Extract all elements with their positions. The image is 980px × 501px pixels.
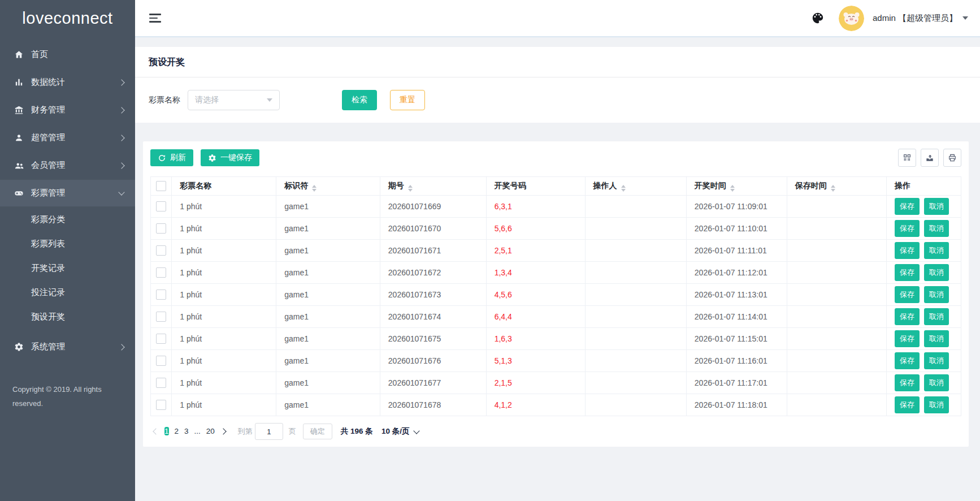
lottery-name-select[interactable]: 请选择 <box>188 90 280 110</box>
sort-icon[interactable] <box>408 185 413 192</box>
column-header-operator[interactable]: 操作人 <box>585 177 686 196</box>
refresh-button[interactable]: 刷新 <box>150 149 193 166</box>
row-cancel-button[interactable]: 取消 <box>924 374 949 391</box>
table-row: 1 phútgame12026010716784,1,22026-01-07 1… <box>151 394 961 416</box>
sidebar-item-member[interactable]: 会员管理 <box>0 152 135 179</box>
sidebar-item-home[interactable]: 首页 <box>0 41 135 68</box>
cell-actions: 保存取消 <box>887 394 961 416</box>
cell-actions: 保存取消 <box>887 262 961 284</box>
sidebar-subitem-lottery-category[interactable]: 彩票分类 <box>0 207 135 231</box>
next-page-icon[interactable] <box>218 424 229 439</box>
cell-save-time <box>787 350 886 372</box>
row-checkbox[interactable] <box>156 334 166 344</box>
prev-page-icon[interactable] <box>150 424 162 439</box>
cell-save-time <box>787 218 886 240</box>
page-size-select[interactable]: 10 条/页 <box>381 426 419 437</box>
avatar[interactable] <box>839 6 864 31</box>
cell-actions: 保存取消 <box>887 196 961 218</box>
cell-draw-time: 2026-01-07 11:09:01 <box>686 196 787 218</box>
row-cancel-button[interactable]: 取消 <box>924 308 949 325</box>
column-header-name: 彩票名称 <box>172 177 276 196</box>
sidebar-subitem-bet-records[interactable]: 投注记录 <box>0 280 135 304</box>
sidebar-item-label: 会员管理 <box>31 160 119 171</box>
cell-code: game1 <box>276 196 380 218</box>
row-checkbox[interactable] <box>156 267 166 278</box>
columns-icon[interactable] <box>898 149 916 167</box>
column-header-code[interactable]: 标识符 <box>276 177 380 196</box>
cell-name: 1 phút <box>172 284 276 306</box>
row-cancel-button[interactable]: 取消 <box>924 220 949 237</box>
row-cancel-button[interactable]: 取消 <box>924 330 949 347</box>
row-checkbox[interactable] <box>156 356 166 366</box>
sidebar-item-label: 超管管理 <box>31 132 119 143</box>
export-icon[interactable] <box>921 149 939 167</box>
gamepad-icon <box>13 188 25 198</box>
cell-save-time <box>787 196 886 218</box>
sort-icon[interactable] <box>831 185 835 192</box>
page-number-1[interactable]: 1 <box>164 427 169 435</box>
row-cancel-button[interactable]: 取消 <box>924 286 949 303</box>
row-checkbox[interactable] <box>156 400 166 410</box>
row-cancel-button[interactable]: 取消 <box>924 242 949 259</box>
row-save-button[interactable]: 保存 <box>895 352 920 369</box>
sort-icon[interactable] <box>621 185 626 192</box>
row-checkbox[interactable] <box>156 312 166 322</box>
row-save-button[interactable]: 保存 <box>895 308 920 325</box>
row-checkbox[interactable] <box>156 290 166 300</box>
row-cancel-button[interactable]: 取消 <box>924 396 949 413</box>
row-cancel-button[interactable]: 取消 <box>924 264 949 281</box>
cell-actions: 保存取消 <box>887 240 961 262</box>
column-header-save_time[interactable]: 保存时间 <box>787 177 886 196</box>
sidebar-subitem-draw-records[interactable]: 开奖记录 <box>0 256 135 280</box>
row-checkbox[interactable] <box>156 223 166 234</box>
theme-palette-icon[interactable] <box>812 12 824 24</box>
save-all-button[interactable]: 一键保存 <box>201 149 259 166</box>
sidebar-item-label: 数据统计 <box>31 77 119 88</box>
page-number-20[interactable]: 20 <box>206 427 215 435</box>
row-save-button[interactable]: 保存 <box>895 198 920 215</box>
row-save-button[interactable]: 保存 <box>895 242 920 259</box>
row-save-button[interactable]: 保存 <box>895 374 920 391</box>
row-save-button[interactable]: 保存 <box>895 220 920 237</box>
page-number-3[interactable]: 3 <box>184 427 189 435</box>
sidebar-item-lottery[interactable]: 彩票管理 <box>0 179 135 207</box>
row-save-button[interactable]: 保存 <box>895 396 920 413</box>
row-save-button[interactable]: 保存 <box>895 264 920 281</box>
search-button[interactable]: 检索 <box>342 90 377 110</box>
column-header-issue[interactable]: 期号 <box>380 177 486 196</box>
row-checkbox[interactable] <box>156 245 166 256</box>
cell-operator <box>585 240 686 262</box>
row-save-button[interactable]: 保存 <box>895 330 920 347</box>
print-icon[interactable] <box>943 149 961 167</box>
sidebar-item-stats[interactable]: 数据统计 <box>0 68 135 96</box>
sidebar-subitem-preset-draw[interactable]: 预设开奖 <box>0 304 135 329</box>
sidebar-item-system[interactable]: 系统管理 <box>0 333 135 361</box>
sort-icon[interactable] <box>730 185 735 192</box>
user-menu[interactable]: admin 【超级管理员】 <box>873 13 968 24</box>
sidebar-item-super-admin[interactable]: 超管管理 <box>0 124 135 152</box>
cell-draw-time: 2026-01-07 11:18:01 <box>686 394 787 416</box>
row-checkbox[interactable] <box>156 378 166 388</box>
hamburger-menu-icon[interactable] <box>147 10 163 26</box>
row-checkbox[interactable] <box>156 201 166 211</box>
sort-icon[interactable] <box>312 185 316 192</box>
column-header-ops: 操作 <box>887 177 961 196</box>
select-all-checkbox[interactable] <box>156 181 166 191</box>
row-cancel-button[interactable]: 取消 <box>924 198 949 215</box>
cell-operator <box>585 284 686 306</box>
sidebar-subitem-lottery-list[interactable]: 彩票列表 <box>0 231 135 256</box>
sidebar-submenu: 彩票分类彩票列表开奖记录投注记录预设开奖 <box>0 207 135 333</box>
row-cancel-button[interactable]: 取消 <box>924 352 949 369</box>
page-number-2[interactable]: 2 <box>175 427 179 435</box>
cell-numbers: 5,1,3 <box>486 350 585 372</box>
reset-button[interactable]: 重置 <box>390 90 425 110</box>
row-save-button[interactable]: 保存 <box>895 286 920 303</box>
sidebar-item-finance[interactable]: 财务管理 <box>0 96 135 124</box>
confirm-button[interactable]: 确定 <box>303 424 332 439</box>
cell-numbers: 2,1,5 <box>486 372 585 394</box>
chevron-right-icon <box>118 79 124 85</box>
cell-numbers: 5,6,6 <box>486 218 585 240</box>
cell-operator <box>585 372 686 394</box>
goto-page-input[interactable] <box>255 423 283 440</box>
column-header-draw_time[interactable]: 开奖时间 <box>686 177 787 196</box>
